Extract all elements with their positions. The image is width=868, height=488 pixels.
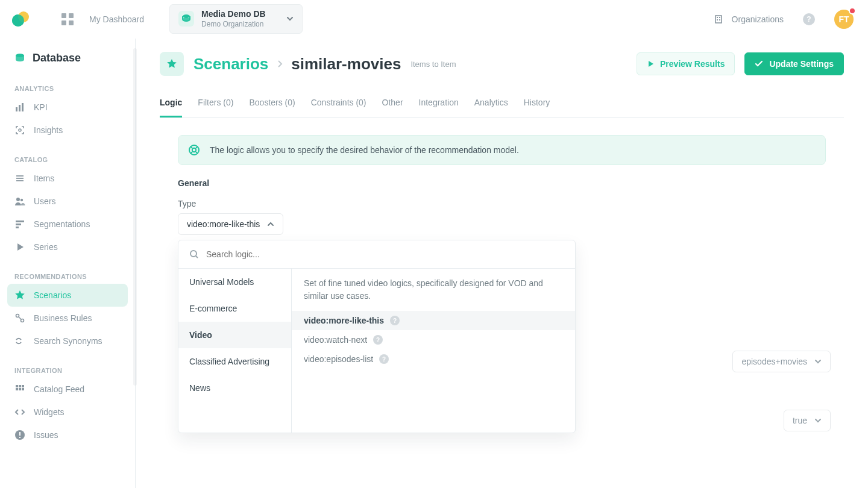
sidebar-item-widgets[interactable]: Widgets [7,401,128,424]
organizations-label: Organizations [732,14,784,24]
organizations-link[interactable]: Organizations [714,14,784,24]
type-select[interactable]: video:more-like-this [178,213,283,235]
button-label: Update Settings [769,59,834,69]
content: Scenarios similar-movies Items to Item P… [136,39,868,488]
star-icon [14,290,25,301]
dropdown-cat-ecommerce[interactable]: E-commerce [178,295,291,322]
svg-point-14 [19,129,21,131]
sidebar-item-series[interactable]: Series [7,236,128,258]
chart-bar-icon [14,102,25,113]
alert-icon [14,430,25,440]
svg-rect-32 [19,432,20,436]
dropdown-option-more-like-this[interactable]: video:more-like-this ? [292,311,575,330]
dropdown-option-watch-next[interactable]: video:watch-next ? [292,330,575,349]
database-texts: Media Demo DB Demo Organization [201,10,266,28]
help-icon[interactable]: ? [390,316,400,325]
chevron-up-icon [267,221,274,228]
svg-rect-25 [16,385,18,387]
sidebar-item-kpi[interactable]: KPI [7,96,128,119]
notification-badge [849,7,856,14]
sidebar-item-issues[interactable]: Issues [7,424,128,446]
chevron-down-icon [286,15,294,22]
sidebar-item-items[interactable]: Items [7,167,128,190]
true-select[interactable]: true [784,410,831,431]
tab-boosters[interactable]: Boosters (0) [249,89,295,117]
svg-rect-22 [16,227,19,228]
sidebar-item-label: Widgets [34,407,64,417]
svg-rect-5 [715,16,722,23]
star-icon [160,52,184,76]
dropdown-description: Set of fine tuned video logics, specific… [292,269,575,311]
tab-constraints[interactable]: Constraints (0) [311,89,366,117]
dropdown-cat-news[interactable]: News [178,375,291,401]
update-settings-button[interactable]: Update Settings [744,52,844,75]
help-icon[interactable]: ? [803,13,815,25]
synonyms-icon [14,336,25,346]
tab-other[interactable]: Other [382,89,403,117]
dropdown-cat-video[interactable]: Video [178,322,291,348]
button-label: Preview Results [660,59,725,69]
tab-logic[interactable]: Logic [160,89,182,117]
database-title: Media Demo DB [201,10,266,19]
svg-rect-9 [719,19,720,20]
sidebar-group-analytics: ANALYTICS KPI Insights [7,81,128,142]
search-icon [189,249,199,259]
type-label: Type [178,199,826,208]
info-alert: The logic allows you to specify the desi… [178,135,826,165]
sidebar-item-catalog-feed[interactable]: Catalog Feed [7,378,128,401]
sidebar-item-label: Business Rules [34,313,92,323]
svg-rect-13 [22,103,24,111]
tab-filters[interactable]: Filters (0) [198,89,233,117]
preview-results-button[interactable]: Preview Results [637,52,735,75]
sidebar-item-segmentations[interactable]: Segmentations [7,213,128,236]
dropdown-body: Universal Models E-commerce Video Classi… [178,269,575,433]
episodes-movies-select[interactable]: episodes+movies [732,351,831,372]
sidebar-group-label: ANALYTICS [7,81,128,96]
tab-analytics[interactable]: Analytics [474,89,508,117]
my-dashboard-link[interactable]: My Dashboard [89,14,144,24]
help-icon[interactable]: ? [379,354,389,364]
database-icon [178,11,194,27]
sidebar-group-catalog: CATALOG Items Users Segmentations [7,152,128,258]
sidebar-item-users[interactable]: Users [7,190,128,213]
dropdown-options: video:more-like-this ? video:watch-next … [292,311,575,374]
svg-rect-28 [16,388,18,390]
dropdown-search-input[interactable] [205,249,564,260]
avatar[interactable]: FT [834,10,854,29]
page-actions: Preview Results Update Settings [637,52,844,75]
sidebar-item-label: Items [34,174,54,183]
section-general-title: General [178,178,826,188]
breadcrumb-root-link[interactable]: Scenarios [193,55,268,74]
sidebar-item-label: Issues [34,430,58,440]
chevron-down-icon [814,358,822,365]
dropdown-option-episodes-list[interactable]: video:episodes-list ? [292,349,575,369]
type-dropdown: Universal Models E-commerce Video Classi… [178,240,576,433]
sidebar-item-search-synonyms[interactable]: Search Synonyms [7,330,128,352]
svg-rect-26 [19,385,21,387]
svg-rect-6 [717,17,718,18]
sidebar-group-label: CATALOG [7,152,128,167]
tab-history[interactable]: History [524,89,550,117]
sidebar-item-label: Search Synonyms [34,336,102,346]
sidebar-header: Database [7,46,128,70]
select-value: true [793,416,807,425]
tab-integration[interactable]: Integration [419,89,459,117]
sidebar-item-insights[interactable]: Insights [7,119,128,142]
app-logo [12,11,29,28]
segments-icon [14,219,25,230]
dropdown-categories: Universal Models E-commerce Video Classi… [178,269,292,433]
alert-text: The logic allows you to specify the desi… [210,145,519,155]
chevron-down-icon [814,417,822,424]
dropdown-cat-classified[interactable]: Classified Advertising [178,348,291,375]
rules-icon [14,313,25,324]
grid-icon [14,384,25,395]
database-picker[interactable]: Media Demo DB Demo Organization [169,4,303,34]
chevron-right-icon [275,60,284,68]
sidebar-item-scenarios[interactable]: Scenarios [7,284,128,307]
dropdown-cat-universal[interactable]: Universal Models [178,269,291,295]
sidebar-item-business-rules[interactable]: Business Rules [7,307,128,330]
help-icon[interactable]: ? [373,335,383,345]
building-icon [714,14,723,24]
svg-rect-11 [16,107,17,111]
svg-rect-21 [16,224,21,225]
